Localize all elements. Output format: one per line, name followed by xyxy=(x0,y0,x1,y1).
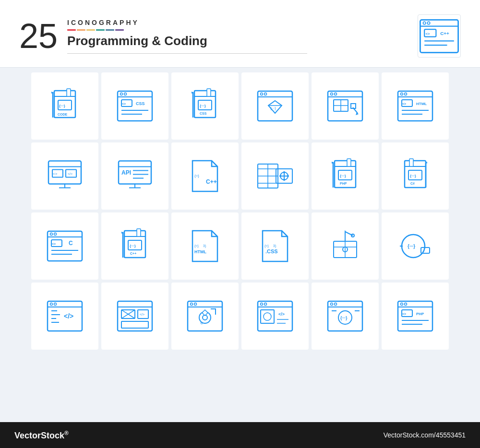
svg-text:HTML: HTML xyxy=(416,102,427,106)
icon-cell-css-file: {=} 3} .CSS xyxy=(241,212,309,280)
svg-text:<>: <> xyxy=(402,102,406,106)
monitor-code-icon: <> </> xyxy=(46,157,84,195)
svg-text:3}: 3} xyxy=(273,244,276,248)
code-book-icon: {···} CODE xyxy=(46,87,84,125)
html-code-browser-icon: </> xyxy=(46,297,84,335)
icon-cell-html-code-browser: </> xyxy=(31,283,98,350)
svg-rect-158 xyxy=(258,301,292,331)
icon-cell-css-browser: <> CSS xyxy=(101,72,168,140)
svg-text:{···}: {···} xyxy=(340,174,346,178)
icon-cell-cpp-file: {=} C++ xyxy=(171,142,239,210)
api-monitor-icon: API xyxy=(116,157,154,195)
icon-cell-html-browser: <> HTML xyxy=(382,72,449,140)
header-left: 25 ICONOGRAPHY Programming & Codi xyxy=(19,19,307,54)
c-browser-icon: <> C xyxy=(46,227,84,265)
svg-point-85 xyxy=(287,175,289,177)
grid-layout-icon xyxy=(256,157,294,195)
svg-text:{=}: {=} xyxy=(264,244,269,248)
icon-cell-design-tool xyxy=(312,72,379,140)
svg-rect-99 xyxy=(409,159,413,166)
footer-url: VectorStock.com/45553451 xyxy=(384,431,466,439)
main-container: 25 ICONOGRAPHY Programming & Codi xyxy=(0,0,480,448)
svg-text:<>: <> xyxy=(425,32,430,36)
svg-text:{···}: {···} xyxy=(410,174,416,178)
footer: VectorStock® VectorStock.com/45553451 xyxy=(0,422,480,448)
svg-rect-15 xyxy=(67,89,71,96)
svg-text:C++: C++ xyxy=(440,31,449,36)
big-number: 25 xyxy=(19,19,58,53)
icon-cell-html-file: {=} 3} HTML xyxy=(171,212,239,280)
iconography-label: ICONOGRAPHY xyxy=(67,19,307,26)
svg-text:C++: C++ xyxy=(130,252,136,255)
header-icon-preview: <> C++ xyxy=(418,14,461,58)
svg-text:<>: <> xyxy=(53,172,58,176)
svg-point-83 xyxy=(283,179,285,181)
code-browser2-icon: </> xyxy=(256,297,294,335)
3d-tool-icon xyxy=(326,227,364,265)
icon-cell-php-book: {···} PHP xyxy=(312,142,379,210)
icon-cell-code-search: {···} xyxy=(382,212,449,280)
page-title: Programming & Coding xyxy=(67,34,307,48)
icon-cell-cpp-pencil: {···} C++ xyxy=(101,212,168,280)
code-search-icon: {···} xyxy=(396,227,434,265)
color-bar xyxy=(67,29,307,31)
svg-text:</>: </> xyxy=(64,312,73,320)
icon-cell-settings-diamond: ⚙ xyxy=(171,283,239,350)
icon-cell-diamond-code: {···} xyxy=(241,72,309,140)
wireframe-icon: </> xyxy=(116,297,154,335)
svg-text:C++: C++ xyxy=(206,178,217,185)
footer-brand: VectorStock® xyxy=(14,430,69,441)
cpp-file-icon: {=} C++ xyxy=(186,157,224,195)
svg-text:{···}: {···} xyxy=(130,244,136,248)
svg-text:CSS: CSS xyxy=(200,112,207,115)
svg-text:CSS: CSS xyxy=(136,101,145,106)
svg-text:</>: </> xyxy=(278,312,285,317)
icon-cell-wireframe: </> xyxy=(101,283,168,350)
svg-text:⚙: ⚙ xyxy=(200,321,203,325)
svg-point-84 xyxy=(279,175,281,177)
css-browser-icon: <> CSS xyxy=(116,87,154,125)
php-book-icon: {···} PHP xyxy=(326,157,364,195)
icon-row-4: </> </> xyxy=(10,283,470,350)
api-browser-icon: {···} xyxy=(326,297,364,335)
header: 25 ICONOGRAPHY Programming & Codi xyxy=(0,0,480,68)
design-tool-icon xyxy=(326,87,364,125)
php-browser-icon: <> PHP xyxy=(396,297,434,335)
svg-text:<>: <> xyxy=(52,242,56,246)
svg-rect-39 xyxy=(328,91,362,121)
svg-text:HTML: HTML xyxy=(194,249,206,254)
css-file-icon: {=} 3} .CSS xyxy=(256,227,294,265)
svg-text:{=}: {=} xyxy=(194,174,199,178)
svg-rect-92 xyxy=(347,159,351,166)
svg-text:</>: </> xyxy=(68,172,72,176)
icon-cell-c-browser: <> C xyxy=(31,212,98,280)
svg-rect-115 xyxy=(137,229,141,236)
icon-cell-grid-layout xyxy=(241,142,309,210)
icon-cell-php-browser: <> PHP xyxy=(382,283,449,350)
svg-text:C: C xyxy=(69,240,73,247)
svg-text:{···}: {···} xyxy=(340,316,348,320)
css-pencil-icon: {···} CSS xyxy=(186,87,224,125)
icon-row-3: <> C {···} C++ xyxy=(10,212,470,280)
cpp-browser-preview-icon: <> C++ xyxy=(418,18,460,55)
svg-text:CODE: CODE xyxy=(58,113,68,116)
html-file-icon: {=} 3} HTML xyxy=(186,227,224,265)
icons-area: {···} CODE <> CSS xyxy=(0,68,480,422)
icon-row-1: {···} CODE <> CSS xyxy=(10,72,470,140)
icon-cell-code-browser2: </> xyxy=(241,283,309,350)
icon-cell-csharp-book: {···} C# xyxy=(382,142,449,210)
icon-row-2: <> </> API xyxy=(10,142,470,210)
html-browser-icon: <> HTML xyxy=(396,87,434,125)
svg-text:API: API xyxy=(121,169,131,176)
svg-text:PHP: PHP xyxy=(340,182,347,185)
icon-cell-code-book: {···} CODE xyxy=(31,72,98,140)
icon-cell-api-browser: {···} xyxy=(312,283,379,350)
svg-text:{···}: {···} xyxy=(200,104,206,108)
svg-point-82 xyxy=(283,171,285,173)
svg-text:<>: <> xyxy=(122,102,126,106)
svg-text:3}: 3} xyxy=(203,244,206,248)
settings-diamond-icon: ⚙ xyxy=(186,297,224,335)
svg-text:{···}: {···} xyxy=(270,106,276,110)
csharp-book-icon: {···} C# xyxy=(396,157,434,195)
diamond-code-icon: {···} xyxy=(256,87,294,125)
